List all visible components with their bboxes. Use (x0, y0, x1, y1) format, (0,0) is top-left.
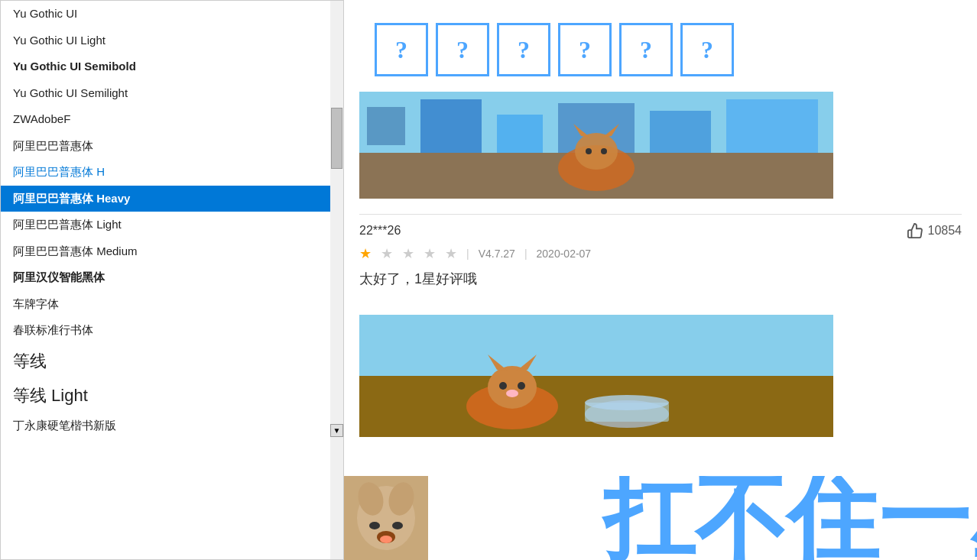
font-item-yu-gothic-ui-semilight[interactable]: Yu Gothic UI Semilight (1, 80, 330, 107)
svg-rect-2 (367, 107, 405, 145)
svg-point-12 (586, 148, 592, 154)
like-area: 10854 (907, 222, 962, 239)
question-box-4: ? (619, 23, 673, 76)
star-3: ★ (402, 245, 414, 262)
font-item-ding-yongkang[interactable]: 丁永康硬笔楷书新版 (1, 413, 330, 439)
date-label: 2020-02-07 (537, 248, 592, 260)
font-item-alibaba-ph-light[interactable]: 阿里巴巴普惠体 Light (1, 212, 330, 238)
reviewer-name: 22***26 (359, 224, 401, 238)
scrollbar-down-arrow[interactable]: ▼ (330, 424, 343, 437)
big-text-overlay: 扛不住一星 (603, 476, 977, 560)
question-box-5: ? (680, 23, 734, 76)
review-section: 22***26 10854 ★ ★ ★ ★ ★ | V4.7.27 | 2020… (359, 214, 962, 307)
font-item-dengxian-light[interactable]: 等线 Light (1, 378, 330, 413)
svg-point-22 (506, 390, 518, 397)
svg-point-33 (380, 536, 392, 543)
star-2: ★ (381, 245, 393, 262)
star-4: ★ (424, 245, 436, 262)
font-item-zwadobef[interactable]: ZWAdobeF (1, 106, 330, 133)
svg-rect-6 (650, 111, 711, 153)
scrollbar-thumb[interactable] (331, 108, 342, 169)
svg-rect-7 (726, 99, 818, 153)
svg-point-21 (518, 382, 525, 390)
like-count: 10854 (928, 224, 962, 238)
font-item-yu-gothic-ui[interactable]: Yu Gothic UI (1, 1, 330, 28)
font-item-chunlian[interactable]: 春联标准行书体 (1, 317, 330, 344)
separator-1: | (466, 248, 469, 260)
question-box-0: ? (375, 23, 428, 76)
svg-point-30 (369, 522, 380, 529)
star-1: ★ (359, 245, 372, 262)
font-item-chepaiziti[interactable]: 车牌字体 (1, 291, 330, 318)
scrollbar[interactable]: ▼ (330, 1, 343, 559)
svg-point-25 (585, 395, 669, 410)
svg-point-17 (488, 366, 537, 409)
question-icons-row: ?????? (359, 23, 962, 76)
svg-point-9 (575, 133, 618, 170)
cat-image-top (359, 92, 833, 199)
stars-version-row: ★ ★ ★ ★ ★ | V4.7.27 | 2020-02-07 (359, 245, 962, 262)
font-list[interactable]: Yu Gothic UIYu Gothic UI LightYu Gothic … (1, 1, 330, 559)
font-item-yu-gothic-ui-light[interactable]: Yu Gothic UI Light (1, 28, 330, 54)
svg-point-13 (601, 148, 607, 154)
font-dropdown: Yu Gothic UIYu Gothic UI LightYu Gothic … (0, 0, 344, 560)
svg-rect-4 (497, 115, 543, 153)
big-overlay: 扛不住一星 (344, 476, 977, 560)
svg-rect-14 (359, 315, 833, 376)
review-text: 太好了，1星好评哦 (359, 270, 962, 288)
version-label: V4.7.27 (479, 248, 515, 260)
separator-2: | (524, 248, 527, 260)
content-area: ?????? 22***26 (344, 0, 977, 560)
thumbs-up-icon (907, 222, 923, 239)
question-box-3: ? (558, 23, 612, 76)
font-item-alibaba-ph-medium[interactable]: 阿里巴巴普惠体 Medium (1, 238, 330, 265)
svg-point-31 (392, 522, 403, 529)
star-5: ★ (445, 245, 457, 262)
font-item-alibaba-ph[interactable]: 阿里巴巴普惠体 (1, 133, 330, 160)
question-box-1: ? (436, 23, 489, 76)
review-header: 22***26 10854 (359, 222, 962, 239)
question-box-2: ? (497, 23, 550, 76)
font-item-dengxian[interactable]: 等线 (1, 344, 330, 378)
font-item-alihanyi-zhineng[interactable]: 阿里汉仪智能黑体 (1, 264, 330, 291)
font-item-alibaba-ph-heavy[interactable]: 阿里巴巴普惠体 Heavy (1, 186, 330, 212)
cat-image-bottom (359, 315, 833, 437)
svg-point-20 (499, 382, 507, 390)
svg-rect-3 (420, 99, 482, 153)
font-item-alibaba-ph-h[interactable]: 阿里巴巴普惠体 H (1, 159, 330, 186)
dog-image-left (344, 476, 428, 560)
font-item-yu-gothic-ui-semibold[interactable]: Yu Gothic UI Semibold (1, 53, 330, 80)
